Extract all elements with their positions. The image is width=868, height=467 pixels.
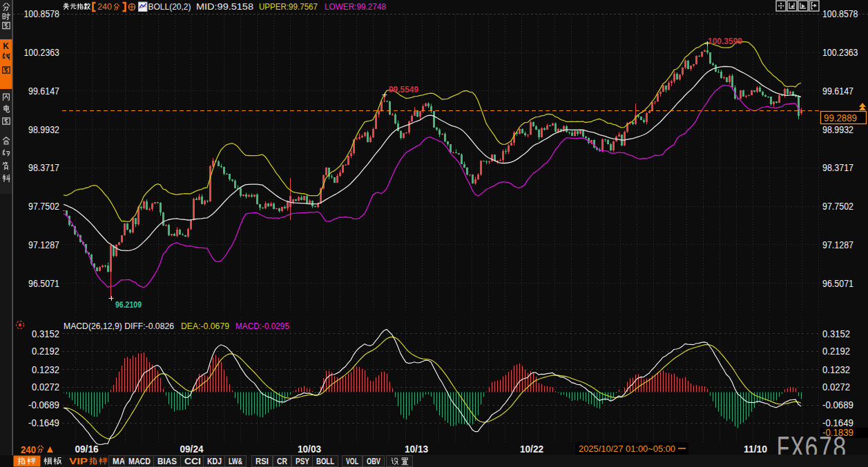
svg-text:-0.0689: -0.0689 bbox=[28, 399, 59, 410]
svg-text:0.2192: 0.2192 bbox=[32, 346, 59, 357]
svg-text:LOWER:99.2748: LOWER:99.2748 bbox=[325, 2, 386, 12]
svg-text:VOL: VOL bbox=[346, 457, 358, 466]
svg-text:0.1232: 0.1232 bbox=[822, 364, 850, 375]
svg-text:97.7502: 97.7502 bbox=[822, 201, 853, 212]
svg-text:10/03: 10/03 bbox=[298, 444, 321, 455]
svg-text:96.2109: 96.2109 bbox=[115, 300, 142, 310]
svg-text:PSY: PSY bbox=[296, 457, 310, 466]
svg-text:240: 240 bbox=[97, 2, 112, 12]
svg-text:BIAS: BIAS bbox=[157, 457, 177, 466]
svg-text:0.0272: 0.0272 bbox=[32, 381, 59, 393]
svg-text:BOLL(20,2): BOLL(20,2) bbox=[148, 2, 191, 12]
svg-text:CCI: CCI bbox=[184, 457, 201, 466]
svg-text:100.8578: 100.8578 bbox=[822, 8, 858, 19]
svg-text:MACD: MACD bbox=[128, 457, 151, 466]
svg-text:100.3599: 100.3599 bbox=[708, 37, 742, 46]
svg-text:240: 240 bbox=[21, 444, 36, 455]
svg-text:0.3152: 0.3152 bbox=[822, 328, 850, 339]
svg-text:11/10: 11/10 bbox=[744, 444, 767, 455]
svg-text:MACD(26,12,9) DIFF:-0.0826: MACD(26,12,9) DIFF:-0.0826 bbox=[64, 321, 174, 331]
svg-text:98.3717: 98.3717 bbox=[822, 162, 853, 173]
svg-text:99.6147: 99.6147 bbox=[28, 86, 59, 97]
svg-text:96.5071: 96.5071 bbox=[822, 278, 853, 289]
svg-text:-0.0689: -0.0689 bbox=[822, 399, 853, 410]
svg-text:99.2889: 99.2889 bbox=[824, 112, 857, 123]
svg-text:10/22: 10/22 bbox=[520, 444, 543, 455]
svg-text:98.9932: 98.9932 bbox=[28, 124, 59, 135]
svg-text:LW&: LW& bbox=[229, 457, 242, 466]
svg-text:MID:99.5158: MID:99.5158 bbox=[196, 2, 253, 12]
svg-text:KDJ: KDJ bbox=[207, 457, 222, 466]
svg-text:OBV: OBV bbox=[367, 457, 380, 466]
svg-text:MA: MA bbox=[113, 457, 125, 466]
svg-text:0.2192: 0.2192 bbox=[822, 346, 850, 357]
svg-text:96.5071: 96.5071 bbox=[28, 278, 59, 289]
svg-text:0.3152: 0.3152 bbox=[32, 328, 59, 339]
svg-text:97.1287: 97.1287 bbox=[28, 239, 59, 250]
svg-text:RSI: RSI bbox=[255, 457, 269, 466]
svg-text:UPPER:99.7567: UPPER:99.7567 bbox=[259, 2, 318, 12]
svg-text:VIP: VIP bbox=[69, 456, 88, 466]
svg-text:BOLL: BOLL bbox=[316, 457, 334, 466]
svg-text:MACD:-0.0295: MACD:-0.0295 bbox=[235, 321, 289, 331]
svg-text:0.0272: 0.0272 bbox=[822, 381, 850, 393]
svg-text:100.2363: 100.2363 bbox=[822, 47, 858, 58]
svg-text:98.3717: 98.3717 bbox=[28, 162, 59, 173]
svg-text:10/13: 10/13 bbox=[405, 444, 428, 455]
svg-text:0.1232: 0.1232 bbox=[32, 364, 59, 375]
svg-text:97.7502: 97.7502 bbox=[28, 201, 59, 212]
svg-text:99.6147: 99.6147 bbox=[822, 86, 853, 97]
svg-text:DEA:-0.0679: DEA:-0.0679 bbox=[181, 321, 229, 331]
svg-text:97.1287: 97.1287 bbox=[822, 239, 853, 250]
svg-text:98.9932: 98.9932 bbox=[822, 124, 853, 135]
svg-text:CR: CR bbox=[277, 457, 287, 466]
svg-text:09/24: 09/24 bbox=[180, 444, 204, 455]
svg-text:100.8578: 100.8578 bbox=[24, 8, 60, 19]
svg-text:2025/10/27 01:00~05:00: 2025/10/27 01:00~05:00 bbox=[579, 444, 675, 454]
svg-text:-0.1649: -0.1649 bbox=[28, 417, 59, 428]
svg-text:09/16: 09/16 bbox=[75, 444, 99, 455]
svg-text:K: K bbox=[3, 41, 9, 51]
svg-text:100.2363: 100.2363 bbox=[24, 47, 60, 58]
svg-text:99.5549: 99.5549 bbox=[389, 85, 418, 95]
